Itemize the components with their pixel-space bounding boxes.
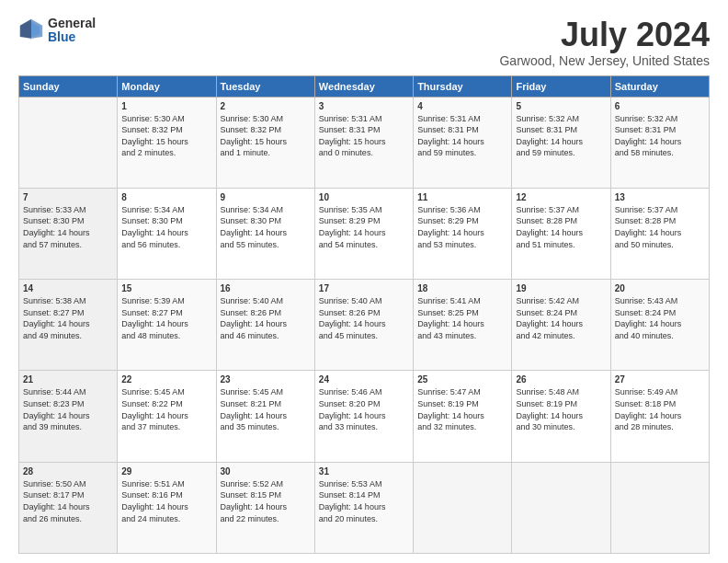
calendar-cell <box>610 462 709 553</box>
cell-content: Sunrise: 5:44 AMSunset: 8:23 PMDaylight:… <box>23 386 113 432</box>
calendar-cell: 24Sunrise: 5:46 AMSunset: 8:20 PMDayligh… <box>314 371 413 462</box>
cell-content: Sunrise: 5:53 AMSunset: 8:14 PMDaylight:… <box>319 478 409 524</box>
calendar-cell: 22Sunrise: 5:45 AMSunset: 8:22 PMDayligh… <box>118 371 216 462</box>
logo-blue-text: Blue <box>48 30 96 44</box>
cell-content: Sunrise: 5:37 AMSunset: 8:28 PMDaylight:… <box>615 204 705 250</box>
day-number: 22 <box>121 374 211 385</box>
col-monday: Monday <box>118 75 216 97</box>
logo-icon <box>18 17 44 43</box>
day-number: 27 <box>615 374 705 385</box>
calendar-cell: 25Sunrise: 5:47 AMSunset: 8:19 PMDayligh… <box>414 371 512 462</box>
day-number: 9 <box>221 192 311 202</box>
cell-content: Sunrise: 5:31 AMSunset: 8:31 PMDaylight:… <box>417 113 507 159</box>
col-saturday: Saturday <box>610 75 709 97</box>
calendar-cell: 26Sunrise: 5:48 AMSunset: 8:19 PMDayligh… <box>512 371 610 462</box>
cell-content: Sunrise: 5:50 AMSunset: 8:17 PMDaylight:… <box>23 478 113 524</box>
calendar-cell: 3Sunrise: 5:31 AMSunset: 8:31 PMDaylight… <box>314 97 413 188</box>
calendar-cell <box>19 97 118 188</box>
calendar-week-1: 7Sunrise: 5:33 AMSunset: 8:30 PMDaylight… <box>19 188 710 279</box>
calendar-cell: 9Sunrise: 5:34 AMSunset: 8:30 PMDaylight… <box>216 188 314 279</box>
cell-content: Sunrise: 5:34 AMSunset: 8:30 PMDaylight:… <box>221 204 311 250</box>
cell-content: Sunrise: 5:36 AMSunset: 8:29 PMDaylight:… <box>417 204 507 250</box>
calendar-cell: 21Sunrise: 5:44 AMSunset: 8:23 PMDayligh… <box>19 371 118 462</box>
main-title: July 2024 <box>499 17 710 53</box>
cell-content: Sunrise: 5:51 AMSunset: 8:16 PMDaylight:… <box>121 478 211 524</box>
calendar-cell: 30Sunrise: 5:52 AMSunset: 8:15 PMDayligh… <box>216 462 314 553</box>
cell-content: Sunrise: 5:45 AMSunset: 8:22 PMDaylight:… <box>121 386 211 432</box>
cell-content: Sunrise: 5:34 AMSunset: 8:30 PMDaylight:… <box>121 204 211 250</box>
cell-content: Sunrise: 5:35 AMSunset: 8:29 PMDaylight:… <box>319 204 409 250</box>
day-number: 23 <box>221 374 311 385</box>
cell-content: Sunrise: 5:52 AMSunset: 8:15 PMDaylight:… <box>221 478 311 524</box>
calendar-cell: 4Sunrise: 5:31 AMSunset: 8:31 PMDaylight… <box>414 97 512 188</box>
calendar-body: 1Sunrise: 5:30 AMSunset: 8:32 PMDaylight… <box>19 97 710 553</box>
cell-content: Sunrise: 5:31 AMSunset: 8:31 PMDaylight:… <box>319 113 409 159</box>
day-number: 8 <box>121 192 211 202</box>
cell-content: Sunrise: 5:41 AMSunset: 8:25 PMDaylight:… <box>417 295 507 341</box>
header-row: Sunday Monday Tuesday Wednesday Thursday… <box>19 75 710 97</box>
calendar-cell: 20Sunrise: 5:43 AMSunset: 8:24 PMDayligh… <box>610 280 709 371</box>
calendar-table: Sunday Monday Tuesday Wednesday Thursday… <box>18 75 710 554</box>
day-number: 18 <box>417 283 507 293</box>
calendar-cell: 12Sunrise: 5:37 AMSunset: 8:28 PMDayligh… <box>512 188 610 279</box>
calendar-cell: 1Sunrise: 5:30 AMSunset: 8:32 PMDaylight… <box>118 97 216 188</box>
cell-content: Sunrise: 5:45 AMSunset: 8:21 PMDaylight:… <box>221 386 311 432</box>
day-number: 2 <box>221 101 311 111</box>
day-number: 11 <box>417 192 507 202</box>
page: General Blue July 2024 Garwood, New Jers… <box>0 0 728 563</box>
col-friday: Friday <box>512 75 610 97</box>
day-number: 10 <box>319 192 409 202</box>
day-number: 16 <box>221 283 311 293</box>
cell-content: Sunrise: 5:42 AMSunset: 8:24 PMDaylight:… <box>516 295 606 341</box>
calendar-cell: 15Sunrise: 5:39 AMSunset: 8:27 PMDayligh… <box>118 280 216 371</box>
calendar-cell <box>512 462 610 553</box>
calendar-cell: 18Sunrise: 5:41 AMSunset: 8:25 PMDayligh… <box>414 280 512 371</box>
calendar-header: Sunday Monday Tuesday Wednesday Thursday… <box>19 75 710 97</box>
col-thursday: Thursday <box>414 75 512 97</box>
cell-content: Sunrise: 5:30 AMSunset: 8:32 PMDaylight:… <box>221 113 311 159</box>
calendar-cell: 31Sunrise: 5:53 AMSunset: 8:14 PMDayligh… <box>314 462 413 553</box>
day-number: 5 <box>516 101 606 111</box>
cell-content: Sunrise: 5:47 AMSunset: 8:19 PMDaylight:… <box>417 386 507 432</box>
calendar-week-0: 1Sunrise: 5:30 AMSunset: 8:32 PMDaylight… <box>19 97 710 188</box>
calendar-cell: 6Sunrise: 5:32 AMSunset: 8:31 PMDaylight… <box>610 97 709 188</box>
calendar-cell: 2Sunrise: 5:30 AMSunset: 8:32 PMDaylight… <box>216 97 314 188</box>
header: General Blue July 2024 Garwood, New Jers… <box>18 17 710 68</box>
cell-content: Sunrise: 5:43 AMSunset: 8:24 PMDaylight:… <box>615 295 705 341</box>
calendar-cell: 27Sunrise: 5:49 AMSunset: 8:18 PMDayligh… <box>610 371 709 462</box>
day-number: 31 <box>319 466 409 477</box>
day-number: 24 <box>319 374 409 385</box>
cell-content: Sunrise: 5:38 AMSunset: 8:27 PMDaylight:… <box>23 295 113 341</box>
calendar-cell: 10Sunrise: 5:35 AMSunset: 8:29 PMDayligh… <box>314 188 413 279</box>
logo: General Blue <box>18 17 96 45</box>
calendar-week-3: 21Sunrise: 5:44 AMSunset: 8:23 PMDayligh… <box>19 371 710 462</box>
cell-content: Sunrise: 5:40 AMSunset: 8:26 PMDaylight:… <box>221 295 311 341</box>
cell-content: Sunrise: 5:30 AMSunset: 8:32 PMDaylight:… <box>121 113 211 159</box>
cell-content: Sunrise: 5:49 AMSunset: 8:18 PMDaylight:… <box>615 386 705 432</box>
cell-content: Sunrise: 5:46 AMSunset: 8:20 PMDaylight:… <box>319 386 409 432</box>
calendar-cell: 16Sunrise: 5:40 AMSunset: 8:26 PMDayligh… <box>216 280 314 371</box>
calendar-cell: 29Sunrise: 5:51 AMSunset: 8:16 PMDayligh… <box>118 462 216 553</box>
day-number: 12 <box>516 192 606 202</box>
calendar-week-2: 14Sunrise: 5:38 AMSunset: 8:27 PMDayligh… <box>19 280 710 371</box>
day-number: 29 <box>121 466 211 477</box>
calendar-cell: 13Sunrise: 5:37 AMSunset: 8:28 PMDayligh… <box>610 188 709 279</box>
col-tuesday: Tuesday <box>216 75 314 97</box>
day-number: 26 <box>516 374 606 385</box>
title-block: July 2024 Garwood, New Jersey, United St… <box>499 17 710 68</box>
day-number: 21 <box>23 374 113 385</box>
cell-content: Sunrise: 5:40 AMSunset: 8:26 PMDaylight:… <box>319 295 409 341</box>
cell-content: Sunrise: 5:39 AMSunset: 8:27 PMDaylight:… <box>121 295 211 341</box>
calendar-cell: 28Sunrise: 5:50 AMSunset: 8:17 PMDayligh… <box>19 462 118 553</box>
calendar-cell: 23Sunrise: 5:45 AMSunset: 8:21 PMDayligh… <box>216 371 314 462</box>
day-number: 30 <box>221 466 311 477</box>
cell-content: Sunrise: 5:33 AMSunset: 8:30 PMDaylight:… <box>23 204 113 250</box>
day-number: 15 <box>121 283 211 293</box>
day-number: 14 <box>23 283 113 293</box>
day-number: 20 <box>615 283 705 293</box>
day-number: 25 <box>417 374 507 385</box>
calendar-cell: 11Sunrise: 5:36 AMSunset: 8:29 PMDayligh… <box>414 188 512 279</box>
calendar-week-4: 28Sunrise: 5:50 AMSunset: 8:17 PMDayligh… <box>19 462 710 553</box>
logo-general-text: General <box>48 17 96 30</box>
day-number: 7 <box>23 192 113 202</box>
